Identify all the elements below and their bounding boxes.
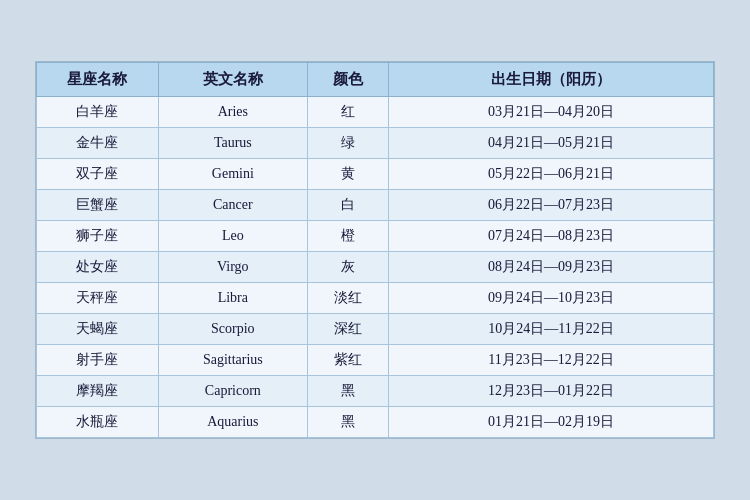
- table-row: 天秤座Libra淡红09月24日—10月23日: [37, 283, 714, 314]
- cell-chinese: 天秤座: [37, 283, 159, 314]
- cell-date: 06月22日—07月23日: [389, 190, 714, 221]
- table-row: 金牛座Taurus绿04月21日—05月21日: [37, 128, 714, 159]
- cell-color: 黑: [307, 407, 388, 438]
- header-chinese: 星座名称: [37, 63, 159, 97]
- cell-date: 05月22日—06月21日: [389, 159, 714, 190]
- cell-english: Aquarius: [158, 407, 307, 438]
- cell-color: 橙: [307, 221, 388, 252]
- cell-date: 03月21日—04月20日: [389, 97, 714, 128]
- cell-chinese: 双子座: [37, 159, 159, 190]
- cell-chinese: 巨蟹座: [37, 190, 159, 221]
- zodiac-table-container: 星座名称 英文名称 颜色 出生日期（阳历） 白羊座Aries红03月21日—04…: [35, 61, 715, 439]
- header-english: 英文名称: [158, 63, 307, 97]
- header-date: 出生日期（阳历）: [389, 63, 714, 97]
- zodiac-table: 星座名称 英文名称 颜色 出生日期（阳历） 白羊座Aries红03月21日—04…: [36, 62, 714, 438]
- header-color: 颜色: [307, 63, 388, 97]
- cell-chinese: 狮子座: [37, 221, 159, 252]
- cell-color: 灰: [307, 252, 388, 283]
- cell-color: 黑: [307, 376, 388, 407]
- table-row: 处女座Virgo灰08月24日—09月23日: [37, 252, 714, 283]
- table-row: 双子座Gemini黄05月22日—06月21日: [37, 159, 714, 190]
- cell-english: Aries: [158, 97, 307, 128]
- cell-date: 07月24日—08月23日: [389, 221, 714, 252]
- cell-date: 04月21日—05月21日: [389, 128, 714, 159]
- cell-english: Gemini: [158, 159, 307, 190]
- cell-english: Taurus: [158, 128, 307, 159]
- cell-english: Virgo: [158, 252, 307, 283]
- cell-chinese: 水瓶座: [37, 407, 159, 438]
- table-row: 白羊座Aries红03月21日—04月20日: [37, 97, 714, 128]
- table-row: 射手座Sagittarius紫红11月23日—12月22日: [37, 345, 714, 376]
- cell-english: Scorpio: [158, 314, 307, 345]
- cell-chinese: 摩羯座: [37, 376, 159, 407]
- cell-date: 08月24日—09月23日: [389, 252, 714, 283]
- cell-english: Capricorn: [158, 376, 307, 407]
- cell-color: 紫红: [307, 345, 388, 376]
- cell-chinese: 金牛座: [37, 128, 159, 159]
- table-row: 水瓶座Aquarius黑01月21日—02月19日: [37, 407, 714, 438]
- cell-chinese: 天蝎座: [37, 314, 159, 345]
- cell-color: 白: [307, 190, 388, 221]
- table-row: 狮子座Leo橙07月24日—08月23日: [37, 221, 714, 252]
- cell-chinese: 射手座: [37, 345, 159, 376]
- cell-color: 黄: [307, 159, 388, 190]
- cell-english: Libra: [158, 283, 307, 314]
- table-header-row: 星座名称 英文名称 颜色 出生日期（阳历）: [37, 63, 714, 97]
- table-row: 摩羯座Capricorn黑12月23日—01月22日: [37, 376, 714, 407]
- cell-chinese: 处女座: [37, 252, 159, 283]
- table-row: 巨蟹座Cancer白06月22日—07月23日: [37, 190, 714, 221]
- cell-date: 10月24日—11月22日: [389, 314, 714, 345]
- cell-date: 01月21日—02月19日: [389, 407, 714, 438]
- cell-color: 绿: [307, 128, 388, 159]
- cell-english: Leo: [158, 221, 307, 252]
- table-body: 白羊座Aries红03月21日—04月20日金牛座Taurus绿04月21日—0…: [37, 97, 714, 438]
- cell-chinese: 白羊座: [37, 97, 159, 128]
- cell-date: 11月23日—12月22日: [389, 345, 714, 376]
- cell-english: Sagittarius: [158, 345, 307, 376]
- table-row: 天蝎座Scorpio深红10月24日—11月22日: [37, 314, 714, 345]
- cell-color: 深红: [307, 314, 388, 345]
- cell-date: 09月24日—10月23日: [389, 283, 714, 314]
- cell-color: 红: [307, 97, 388, 128]
- cell-date: 12月23日—01月22日: [389, 376, 714, 407]
- cell-color: 淡红: [307, 283, 388, 314]
- cell-english: Cancer: [158, 190, 307, 221]
